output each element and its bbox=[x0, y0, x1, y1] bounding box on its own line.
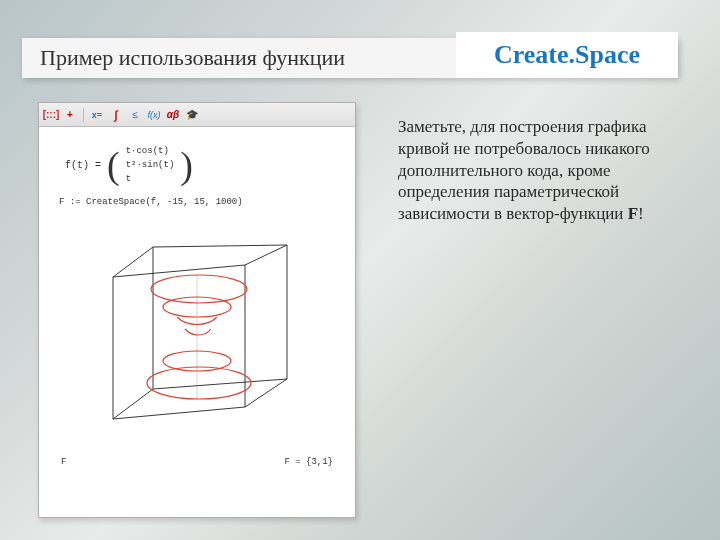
paren-left: ( bbox=[107, 146, 120, 184]
createspace-call: F := CreateSpace(f, -15, 15, 1000) bbox=[59, 197, 337, 207]
plot-footer: F F = {3,1} bbox=[57, 457, 337, 467]
body-bold: F bbox=[628, 204, 638, 223]
function-icon[interactable]: f(x) bbox=[146, 107, 162, 123]
mathcad-toolbar: [:::] + x= ∫ ≤ f(x) αβ 🎓 bbox=[39, 103, 355, 127]
symbolic-icon[interactable]: 🎓 bbox=[184, 107, 200, 123]
svg-point-6 bbox=[151, 275, 247, 303]
mathcad-screenshot: [:::] + x= ∫ ≤ f(x) αβ 🎓 f(t) = ( t·cos(… bbox=[38, 102, 356, 518]
func-lhs: f(t) = bbox=[65, 160, 101, 171]
title-accent-text: Create.Space bbox=[494, 40, 640, 70]
plus-icon[interactable]: + bbox=[62, 107, 78, 123]
explanation-text: Заметьте, для построения графика кривой … bbox=[398, 116, 664, 225]
vec-row-1: t²·sin(t) bbox=[126, 159, 175, 171]
vector-function-definition: f(t) = ( t·cos(t) t²·sin(t) t ) bbox=[65, 145, 337, 185]
svg-line-3 bbox=[245, 245, 287, 265]
body-after: ! bbox=[638, 204, 644, 223]
title-accent: Create.Space bbox=[456, 32, 678, 78]
matrix-icon[interactable]: [:::] bbox=[43, 107, 59, 123]
body-before: Заметьте, для построения графика кривой … bbox=[398, 117, 650, 223]
toolbar-separator bbox=[83, 108, 84, 122]
svg-line-5 bbox=[113, 389, 153, 419]
title-prefix: Пример использования функции bbox=[40, 45, 345, 71]
evaluate-icon[interactable]: x= bbox=[89, 107, 105, 123]
footer-left: F bbox=[61, 457, 66, 467]
vector-column: t·cos(t) t²·sin(t) t bbox=[126, 145, 175, 185]
mathcad-document: f(t) = ( t·cos(t) t²·sin(t) t ) F := Cre… bbox=[39, 127, 355, 517]
greek-icon[interactable]: αβ bbox=[165, 107, 181, 123]
svg-marker-1 bbox=[153, 245, 287, 389]
paren-right: ) bbox=[180, 146, 193, 184]
plot-svg bbox=[77, 217, 317, 449]
vec-row-2: t bbox=[126, 173, 175, 185]
svg-marker-0 bbox=[113, 265, 245, 419]
svg-line-2 bbox=[113, 247, 153, 277]
integral-icon[interactable]: ∫ bbox=[108, 107, 124, 123]
footer-right: F = {3,1} bbox=[284, 457, 333, 467]
plot-3d bbox=[77, 217, 317, 449]
boolean-icon[interactable]: ≤ bbox=[127, 107, 143, 123]
vec-row-0: t·cos(t) bbox=[126, 145, 175, 157]
